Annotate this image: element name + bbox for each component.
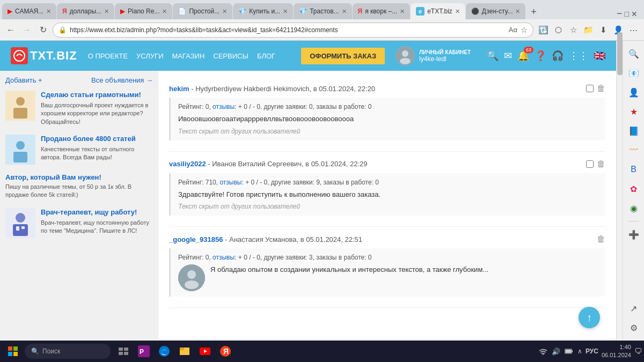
refresh-icon[interactable]: 🔃 — [537, 24, 550, 36]
tab-close[interactable]: ✕ — [283, 8, 288, 15]
comment-2-author[interactable]: vasiliy2022 — [169, 160, 206, 168]
taskview-button[interactable] — [114, 342, 133, 361]
comment-2-delete[interactable]: 🗑 — [597, 159, 605, 169]
comment-3-author[interactable]: _google_931856 — [169, 235, 223, 243]
scroll-to-top-button[interactable]: ↑ — [579, 307, 600, 328]
more-icon[interactable]: ⋯ — [627, 24, 640, 36]
help-icon-header[interactable]: ❓ — [535, 50, 546, 62]
comment-1-meta: hekim - Hydyrberdiyew Hakberdi Hekimovic… — [169, 85, 375, 93]
comment-1-checkbox[interactable] — [586, 85, 594, 92]
favorites-icon[interactable]: ☆ — [567, 24, 580, 36]
mail-icon-header[interactable]: ✉ — [504, 50, 512, 62]
scroll-track[interactable] — [616, 41, 623, 341]
browser-menu-button[interactable]: − □ ✕ — [617, 8, 642, 19]
new-tab-button[interactable]: + — [526, 4, 541, 19]
sidebar-user-icon[interactable]: 👤 — [625, 84, 642, 101]
tab-piano[interactable]: ▶ Piano Re... ✕ — [115, 3, 172, 19]
ad-title-4[interactable]: Врач-терапевт, ищу работу! — [41, 208, 137, 216]
minimize-icon[interactable]: − — [617, 8, 623, 19]
nav-servises[interactable]: СЕРВИСЫ — [213, 52, 248, 60]
explorer-app[interactable] — [175, 342, 194, 361]
tab-close[interactable]: ✕ — [342, 8, 347, 15]
nav-shop[interactable]: МАГАЗИН — [172, 52, 204, 60]
comment-3-delete[interactable]: 🗑 — [597, 234, 605, 244]
tab-close[interactable]: ✕ — [515, 8, 520, 15]
tab-dollar[interactable]: Я доллары... ✕ — [57, 3, 114, 19]
taskbar-search[interactable]: 🔍 Поиск — [25, 344, 111, 359]
support-icon-header[interactable]: 🎧 — [552, 50, 564, 62]
sidebar-flower-icon[interactable]: ✿ — [625, 180, 642, 197]
sidebar-wave-icon[interactable]: 〰 — [625, 142, 642, 159]
yandex-app[interactable]: Я — [216, 342, 235, 361]
tab-close[interactable]: ✕ — [400, 8, 405, 15]
maximize-icon[interactable]: □ — [625, 10, 629, 18]
tab-close[interactable]: ✕ — [162, 8, 167, 15]
tab-close[interactable]: ✕ — [455, 8, 460, 15]
tab-kvork[interactable]: Я я кворк –... ✕ — [353, 3, 411, 19]
tab-samaya[interactable]: ▶ САМАЯ... ✕ — [2, 3, 56, 19]
sidebar-mail-icon[interactable]: 📧 — [625, 64, 642, 82]
notification-icon-header[interactable]: 🔔 63 — [517, 50, 529, 62]
translate-icon[interactable]: Aα — [509, 26, 517, 34]
ad-title-2[interactable]: Продано более 4800 статей — [41, 135, 136, 143]
apps-icon-header[interactable]: ⋮⋮ — [569, 50, 588, 62]
sidebar-outlook-icon[interactable]: 📘 — [625, 122, 642, 139]
tab-prostoy[interactable]: 📄 Простой... ✕ — [173, 3, 232, 19]
youtube-app[interactable] — [195, 342, 215, 361]
search-icon-header[interactable]: 🔍 — [487, 50, 499, 62]
order-button[interactable]: ОФОРМИТЬ ЗАКАЗ — [301, 48, 385, 64]
comment-3-reviews-link[interactable]: отзывы — [213, 254, 235, 261]
forward-button[interactable]: → — [20, 24, 33, 36]
taskbar-volume-icon[interactable]: 🔊 — [551, 346, 561, 357]
taskbar-battery-icon[interactable] — [564, 346, 574, 357]
comment-3-actions: ↑ 🗑 — [592, 234, 605, 244]
address-bar[interactable]: 🔒 https://www.etxt.biz/admin.php?mod=tas… — [53, 23, 533, 38]
reload-button[interactable]: ↻ — [36, 24, 49, 36]
sidebar-search-icon[interactable]: 🔍 — [625, 45, 642, 62]
scroll-thumb[interactable] — [617, 32, 623, 75]
user-avatar[interactable] — [396, 46, 415, 65]
nav-services[interactable]: УСЛУГИ — [136, 52, 163, 60]
sidebar-settings-icon[interactable]: ⚙ — [625, 319, 642, 336]
taskbar-chevron[interactable]: ∧ — [577, 348, 582, 355]
comment-2-checkbox[interactable] — [586, 160, 594, 168]
tab-close[interactable]: ✕ — [222, 8, 227, 15]
ad-title-1[interactable]: Сделаю статьи грамотными! — [41, 91, 141, 99]
extensions-icon[interactable]: ⬡ — [552, 24, 565, 36]
tab-icon: 💎 — [238, 8, 246, 15]
star-icon[interactable]: ☆ — [521, 25, 528, 35]
comment-1-author[interactable]: hekim — [169, 85, 189, 93]
lang-indicator[interactable]: РУС — [586, 348, 598, 355]
tab-kupit[interactable]: 💎 Купить и... ✕ — [233, 3, 293, 19]
comment-2-reviews-link[interactable]: отзывы — [219, 179, 241, 186]
site-logo[interactable]: TXT.BIZ — [11, 47, 77, 64]
comment-1-reviews-link[interactable]: отзывы — [213, 103, 235, 110]
lang-flag[interactable]: 🇬🇧 — [594, 50, 605, 62]
collections-icon[interactable]: 📁 — [582, 24, 595, 36]
back-button[interactable]: ← — [4, 24, 17, 36]
tab-close[interactable]: ✕ — [46, 8, 51, 15]
taskbar: 🔍 Поиск P — [0, 341, 644, 362]
sidebar-share-icon[interactable]: ↗ — [625, 300, 642, 317]
taskbar-wifi-icon[interactable] — [538, 346, 548, 357]
php-storm-app[interactable]: P — [134, 342, 153, 361]
sidebar-add-icon[interactable]: ➕ — [625, 226, 642, 243]
tab-close[interactable]: ✕ — [104, 8, 109, 15]
add-link[interactable]: Добавить + — [5, 76, 42, 84]
tab-trastov[interactable]: 💎 Трастов... ✕ — [294, 3, 352, 19]
download-icon[interactable]: ⬇ — [597, 24, 610, 36]
nav-about[interactable]: О ПРОЕКТЕ — [88, 52, 128, 60]
edge-app[interactable] — [155, 342, 174, 361]
tab-etxt[interactable]: e eTXT.biz ✕ — [411, 3, 465, 19]
start-button[interactable] — [2, 342, 24, 361]
close-icon[interactable]: ✕ — [631, 10, 638, 18]
sidebar-circle-icon[interactable]: ◉ — [625, 200, 642, 217]
comment-1-delete[interactable]: 🗑 — [597, 84, 605, 93]
tab-dzen[interactable]: ⚫ Дзен-сту... ✕ — [466, 3, 526, 19]
nav-blog[interactable]: БЛОГ — [257, 52, 275, 60]
all-listings-link[interactable]: Все объявления → — [91, 76, 153, 84]
ad-title-3[interactable]: Автор, который Вам нужен! — [5, 173, 101, 181]
sidebar-vk-icon[interactable]: В — [625, 161, 642, 178]
notification-center[interactable]: 🗨 — [634, 347, 642, 356]
sidebar-star-icon[interactable]: ★ — [625, 103, 642, 120]
